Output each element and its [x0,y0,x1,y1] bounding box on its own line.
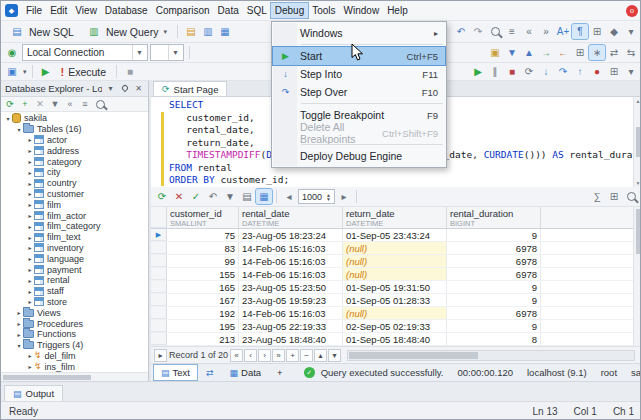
tree-node-views[interactable]: ▸Views [1,307,148,318]
undo-icon[interactable]: ↶ [453,24,469,39]
tree-node-procedures[interactable]: ▸Procedures [1,318,148,329]
expander-icon[interactable]: ▸ [26,288,34,295]
start-debug-icon[interactable]: ▶ [38,64,54,79]
redo-icon[interactable]: ↷ [470,24,486,39]
grid-cell[interactable]: 23-Aug-05 18:23:24 [239,229,343,241]
row-header-cell[interactable]: ▶ [151,229,167,241]
immediate-window-icon[interactable]: ⊞ [606,64,622,79]
tree-node-film[interactable]: ▸film [1,199,148,210]
prev-page-icon[interactable]: ◂ [281,189,297,204]
new-connection-icon[interactable]: + [18,98,32,111]
grid-cell[interactable]: 01-Sep-05 23:43:24 [343,229,447,241]
expander-icon[interactable]: ▾ [4,115,12,122]
grid-cell[interactable]: 02-Sep-05 02:19:33 [343,320,447,332]
connection-combo[interactable]: Local Connection ▼ [22,44,148,61]
table-row[interactable]: 16723-Aug-05 19:59:2301-Sep-05 01:28:339 [151,294,633,307]
append-record-button[interactable]: + [286,349,299,362]
card-view-icon[interactable]: ▤ [239,189,255,204]
find-icon[interactable] [487,24,503,39]
format-sql-icon[interactable]: ¶ [572,24,588,39]
refresh-icon[interactable]: ⟳ [154,189,170,204]
grid-cell[interactable]: (null) [343,255,447,267]
account-badge-icon[interactable]: o [626,5,638,17]
tree-node-staff[interactable]: ▸staff [1,286,148,297]
pause-icon[interactable]: ∥ [487,64,503,79]
tree-node-country[interactable]: ▸country [1,178,148,189]
menu-item-view[interactable]: View [71,3,101,18]
row-header-cell[interactable] [151,255,167,267]
grid-cell[interactable]: 9 [447,281,541,293]
grid-cell[interactable]: 01-Sep-05 19:31:50 [343,281,447,293]
open-file-icon[interactable]: ▤ [183,24,199,39]
aggregates-icon[interactable]: ∑ [589,189,605,204]
post-edit-button[interactable]: ▾ [328,349,341,362]
step-into-icon[interactable]: ↓ [538,64,554,79]
table-row[interactable]: 19523-Aug-05 22:19:3302-Sep-05 02:19:339 [151,320,633,333]
menu-item-edit[interactable]: Edit [46,3,71,18]
grid-cell[interactable]: (null) [343,242,447,254]
commit-icon[interactable]: ✓ [188,189,204,204]
export-icon[interactable]: ← [555,45,571,60]
scroll-down-icon[interactable]: ▼ [636,180,641,186]
grid-cell[interactable]: 167 [167,294,239,306]
tree-node-language[interactable]: ▸language [1,253,148,264]
tree-node-category[interactable]: ▸category [1,156,148,167]
grid-cell[interactable]: 6978 [447,255,541,267]
grid-cell[interactable]: 14-Feb-06 15:16:03 [239,255,343,267]
grid-cell[interactable]: 83 [167,242,239,254]
delete-record-button[interactable]: − [300,349,313,362]
stepper-arrows[interactable]: ▲▼ [326,193,331,201]
tree-node-ins-film[interactable]: ▸↯ins_film [1,361,148,372]
grid-cell[interactable]: 14-Feb-06 15:16:03 [239,242,343,254]
expander-icon[interactable]: ▸ [26,136,34,143]
next-record-button[interactable]: › [258,349,271,362]
tree-node-del-film[interactable]: ▸↯del_film [1,351,148,362]
grid-cell[interactable]: 14-Feb-06 15:16:03 [239,268,343,280]
explorer-horizontal-scrollbar[interactable] [1,372,148,381]
expander-icon[interactable]: ▸ [26,234,34,241]
tree-node-inventory[interactable]: ▸inventory [1,243,148,254]
outdent-icon[interactable]: « [521,24,537,39]
grid-cell[interactable]: 6978 [447,268,541,280]
filter-icon[interactable]: ▼ [222,189,238,204]
expander-icon[interactable]: ▸ [26,180,34,187]
last-record-button[interactable]: » [272,349,285,362]
expander-icon[interactable]: ▸ [26,277,34,284]
expander-icon[interactable]: ▸ [15,320,23,327]
options-icon[interactable]: ≡ [78,98,92,111]
tree-node-rental[interactable]: ▸rental [1,275,148,286]
row-header-cell[interactable] [151,307,167,319]
uppercase-icon[interactable]: A+ [555,24,571,39]
row-header-cell[interactable] [151,333,167,345]
grid-cell[interactable]: 8 [447,333,541,345]
grid-cell[interactable]: 99 [167,255,239,267]
row-header-cell[interactable] [151,294,167,306]
column-header-rental_duration[interactable]: rental_durationBIGINT [447,207,541,228]
grid-cell[interactable]: 01-Sep-05 18:48:40 [343,333,447,345]
grid-cell[interactable]: 155 [167,268,239,280]
grid-cell[interactable]: 195 [167,320,239,332]
editor-vertical-scrollbar[interactable]: ▲ ▼ [633,97,641,187]
expander-icon[interactable]: ▸ [15,309,23,316]
close-icon[interactable]: ✕ [133,84,144,93]
tab-data-view[interactable]: ▦ Data [223,365,269,380]
expander-icon[interactable]: ▸ [26,201,34,208]
tab-start-page[interactable]: ⟳ Start Page [153,81,227,96]
expander-icon[interactable]: ▸ [26,158,34,165]
grid-cell[interactable]: (null) [343,268,447,280]
new-sql-button[interactable]: ▤ New SQL [4,23,79,40]
edit-record-button[interactable]: ▴ [314,349,327,362]
add-view-button[interactable]: + [270,365,290,380]
expander-icon[interactable]: ▸ [26,147,34,154]
tree-node-store[interactable]: ▸store [1,297,148,308]
grid-cell[interactable]: 01-Sep-05 01:28:33 [343,294,447,306]
expander-icon[interactable]: ▸ [26,212,34,219]
tree-node-film-actor[interactable]: ▸film_actor [1,210,148,221]
grid-cell[interactable]: 75 [167,229,239,241]
grid-cell[interactable]: 9 [447,320,541,332]
backup-icon[interactable]: ▼ [504,45,520,60]
debug-menu-item-deploy-debug-engine[interactable]: Deploy Debug Engine [273,147,445,165]
column-header-rental_date[interactable]: rental_dateDATETIME [239,207,343,228]
scrollbar-thumb[interactable] [636,127,641,157]
grid-cell[interactable]: (null) [343,307,447,319]
